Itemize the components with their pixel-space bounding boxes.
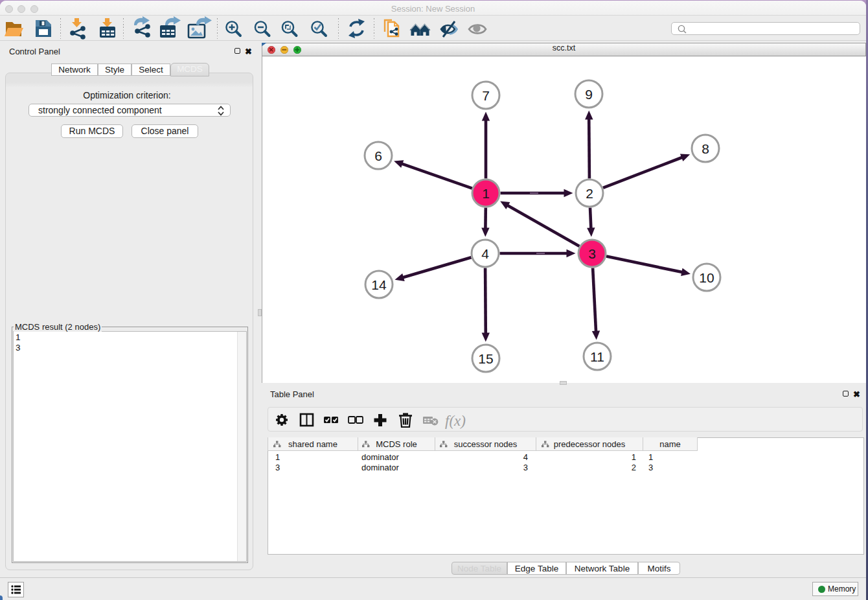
svg-text:1: 1: [482, 186, 490, 201]
svg-text:15: 15: [478, 351, 493, 366]
svg-text:2: 2: [586, 186, 593, 201]
svg-text:6: 6: [374, 148, 382, 163]
svg-text:f(x): f(x): [445, 413, 466, 429]
svg-text:10: 10: [699, 270, 714, 285]
svg-text:11: 11: [590, 349, 604, 364]
svg-text:8: 8: [702, 141, 709, 156]
svg-text:7: 7: [482, 88, 490, 103]
svg-text:9: 9: [585, 87, 593, 102]
svg-text:3: 3: [588, 246, 596, 261]
svg-text:14: 14: [371, 277, 387, 292]
svg-text:4: 4: [481, 246, 489, 261]
